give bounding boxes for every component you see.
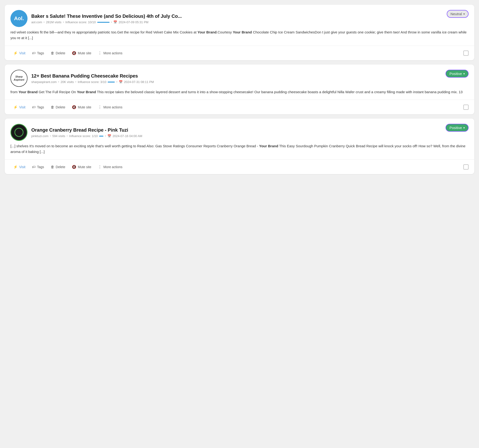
- influence-bar: [99, 136, 103, 137]
- date: 2024-07-09 05:31 PM: [119, 20, 148, 24]
- tags-button[interactable]: 🏷 Tags: [29, 49, 47, 57]
- result-card: SharpAspirant 12+ Best Banana Pudding Ch…: [5, 65, 474, 114]
- visit-label: Visit: [19, 105, 25, 109]
- visits: 594 visits: [52, 134, 65, 138]
- card-header-left: Aol. Baker s Salute! These Inventive (an…: [10, 10, 182, 27]
- result-card: Orange Cranberry Bread Recipe - Pink Tuz…: [5, 119, 474, 174]
- mute-label: Mute site: [78, 51, 91, 55]
- calendar-icon: 📅: [107, 134, 111, 138]
- tags-label: Tags: [37, 165, 44, 169]
- result-card: Aol. Baker s Salute! These Inventive (an…: [5, 5, 474, 60]
- select-checkbox[interactable]: [463, 51, 469, 56]
- chevron-down-icon: ▾: [463, 126, 465, 129]
- meta-dot: •: [75, 80, 76, 84]
- more-icon: ⋮: [98, 51, 102, 55]
- site-logo: [10, 124, 27, 141]
- card-header-left: Orange Cranberry Bread Recipe - Pink Tuz…: [10, 124, 142, 141]
- card-excerpt: from Your Brand Get The Full Recipe On Y…: [10, 89, 469, 95]
- card-meta: pinktuzi.com • 594 visits • Influence sc…: [31, 134, 142, 138]
- calendar-icon: 📅: [113, 20, 117, 24]
- select-checkbox[interactable]: [463, 105, 469, 110]
- visits: 20K visits: [61, 80, 74, 84]
- mute-icon: 🔇: [72, 105, 76, 109]
- card-title: Orange Cranberry Bread Recipe - Pink Tuz…: [31, 127, 142, 133]
- influence-bar: [108, 82, 115, 82]
- card-title-block: 12+ Best Banana Pudding Cheesecake Recip…: [31, 73, 154, 84]
- select-checkbox[interactable]: [463, 164, 469, 170]
- tags-icon: 🏷: [32, 51, 36, 55]
- delete-button[interactable]: 🗑 Delete: [48, 103, 68, 111]
- meta-dot: •: [63, 20, 64, 24]
- card-title-block: Baker s Salute! These Inventive (and So …: [31, 13, 182, 24]
- date: 2024-07-16 04:00 AM: [113, 134, 142, 138]
- tags-icon: 🏷: [32, 165, 36, 169]
- card-title: 12+ Best Banana Pudding Cheesecake Recip…: [31, 73, 154, 79]
- visit-label: Visit: [19, 51, 25, 55]
- delete-button[interactable]: 🗑 Delete: [48, 49, 68, 57]
- more-actions-button[interactable]: ⋮ More actions: [95, 49, 125, 57]
- tags-label: Tags: [37, 105, 44, 109]
- delete-button[interactable]: 🗑 Delete: [48, 163, 68, 171]
- sentiment-dropdown[interactable]: Neutral ▾: [447, 10, 469, 18]
- card-meta: aol.com • 281M visits • Influence score:…: [31, 20, 182, 24]
- domain: sharpaspirant.com: [31, 80, 57, 84]
- influence-bar: [97, 22, 110, 23]
- meta-dot: •: [50, 134, 51, 138]
- mute-button[interactable]: 🔇 Mute site: [69, 103, 94, 111]
- influence-score: Influence score: 3/10: [78, 80, 106, 84]
- delete-icon: 🗑: [51, 105, 54, 109]
- more-actions-button[interactable]: ⋮ More actions: [95, 103, 125, 111]
- tags-button[interactable]: 🏷 Tags: [29, 103, 47, 111]
- more-icon: ⋮: [98, 165, 102, 169]
- meta-dot: •: [44, 20, 45, 24]
- delete-icon: 🗑: [51, 51, 54, 55]
- calendar-icon: 📅: [119, 80, 123, 84]
- card-header: Aol. Baker s Salute! These Inventive (an…: [10, 10, 469, 27]
- influence-score: Influence score: 10/10: [66, 20, 96, 24]
- sentiment-label: Positive: [449, 72, 462, 76]
- mute-label: Mute site: [78, 105, 91, 109]
- visits: 281M visits: [46, 20, 61, 24]
- card-header-left: SharpAspirant 12+ Best Banana Pudding Ch…: [10, 70, 154, 87]
- visit-button[interactable]: ⚡ Visit: [10, 49, 28, 57]
- sentiment-dropdown[interactable]: Positive ▾: [446, 124, 469, 132]
- influence-score: Influence score: 1/10: [69, 134, 98, 138]
- tags-label: Tags: [37, 51, 44, 55]
- more-icon: ⋮: [98, 105, 102, 109]
- tags-button[interactable]: 🏷 Tags: [29, 163, 47, 171]
- meta-dot: •: [111, 20, 112, 24]
- more-label: More actions: [103, 165, 122, 169]
- domain: aol.com: [31, 20, 42, 24]
- meta-dot: •: [105, 134, 106, 138]
- card-actions: ⚡ Visit 🏷 Tags 🗑 Delete 🔇 Mute site ⋮ Mo…: [5, 100, 474, 114]
- visit-label: Visit: [19, 165, 25, 169]
- tags-icon: 🏷: [32, 105, 36, 109]
- site-logo: SharpAspirant: [10, 70, 27, 87]
- card-actions: ⚡ Visit 🏷 Tags 🗑 Delete 🔇 Mute site ⋮ Mo…: [5, 160, 474, 174]
- chevron-down-icon: ▾: [463, 12, 465, 16]
- delete-label: Delete: [56, 105, 65, 109]
- meta-dot: •: [116, 80, 117, 84]
- card-meta: sharpaspirant.com • 20K visits • Influen…: [31, 80, 154, 84]
- sentiment-dropdown[interactable]: Positive ▾: [446, 70, 469, 78]
- visit-button[interactable]: ⚡ Visit: [10, 103, 28, 111]
- mute-button[interactable]: 🔇 Mute site: [69, 163, 94, 171]
- card-excerpt: red velvet cookies fit the bill—and they…: [10, 29, 469, 41]
- delete-label: Delete: [56, 51, 65, 55]
- more-actions-button[interactable]: ⋮ More actions: [95, 163, 125, 171]
- mute-icon: 🔇: [72, 165, 76, 169]
- visit-icon: ⚡: [13, 165, 18, 169]
- card-header: Orange Cranberry Bread Recipe - Pink Tuz…: [10, 124, 469, 141]
- card-title-block: Orange Cranberry Bread Recipe - Pink Tuz…: [31, 127, 142, 138]
- more-label: More actions: [103, 51, 122, 55]
- card-title: Baker s Salute! These Inventive (and So …: [31, 13, 182, 19]
- mute-icon: 🔇: [72, 51, 76, 55]
- visit-button[interactable]: ⚡ Visit: [10, 163, 28, 171]
- chevron-down-icon: ▾: [463, 72, 465, 75]
- card-header: SharpAspirant 12+ Best Banana Pudding Ch…: [10, 70, 469, 87]
- mute-label: Mute site: [78, 165, 91, 169]
- mute-button[interactable]: 🔇 Mute site: [69, 49, 94, 57]
- meta-dot: •: [67, 134, 68, 138]
- meta-dot: •: [58, 80, 59, 84]
- visit-icon: ⚡: [13, 51, 18, 55]
